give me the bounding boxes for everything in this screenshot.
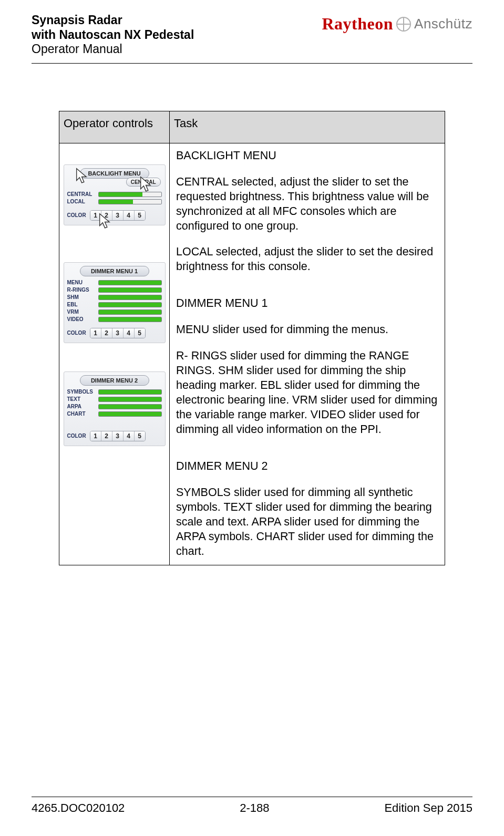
dimmer2-title-button[interactable]: DIMMER MENU 2 (80, 375, 149, 386)
color-option[interactable]: 4 (124, 431, 135, 441)
color-label: COLOR (67, 212, 88, 218)
footer-docnum: 4265.DOC020102 (32, 801, 125, 815)
task-cell: BACKLIGHT MENU CENTRAL selected, adjust … (170, 143, 445, 565)
color-option[interactable]: 1 (90, 431, 101, 441)
color-option[interactable]: 3 (112, 431, 124, 441)
slider-label: CHART (67, 411, 96, 417)
th-task: Task (170, 111, 445, 143)
slider-row: VIDEO (67, 316, 162, 323)
brand-block: Raytheon Anschütz (322, 13, 472, 34)
slider-label: LOCAL (67, 199, 96, 204)
shm-slider[interactable] (98, 294, 162, 301)
doc-title-block: Synapsis Radar with Nautoscan NX Pedesta… (32, 13, 194, 57)
color-group[interactable]: 1 2 3 4 5 (90, 431, 146, 441)
task-heading-dimmer2: DIMMER MENU 2 (176, 459, 440, 474)
color-option[interactable]: 3 (112, 328, 124, 338)
task-text: SYMBOLS slider used for dimming all synt… (176, 486, 440, 559)
color-row: COLOR 1 2 3 4 5 (67, 210, 162, 221)
doc-title-line1: Synapsis Radar (32, 13, 194, 28)
brand-raytheon: Raytheon (322, 14, 393, 34)
central-button[interactable]: CENTRAL (126, 178, 161, 187)
color-option[interactable]: 1 (90, 328, 101, 338)
slider-label: ARPA (67, 404, 96, 409)
slider-row: R-RINGS (67, 287, 162, 293)
controls-cell: BACKLIGHT MENU CENTRAL CENTRAL LOCAL (59, 143, 170, 565)
slider-row: SHM (67, 294, 162, 301)
menu-slider[interactable] (98, 280, 162, 286)
slider-row: EBL (67, 302, 162, 308)
slider-row: ARPA (67, 404, 162, 410)
globe-icon (396, 17, 411, 32)
slider-label: EBL (67, 302, 96, 307)
color-option[interactable]: 4 (124, 328, 135, 338)
page-header: Synapsis Radar with Nautoscan NX Pedesta… (32, 13, 472, 57)
footer-divider (32, 797, 472, 797)
color-option[interactable]: 5 (135, 431, 145, 441)
operator-controls-table: Operator controls Task BACKLIGHT MENU CE… (59, 111, 445, 566)
central-slider[interactable] (98, 191, 162, 198)
slider-label: TEXT (67, 396, 96, 402)
task-text: LOCAL selected, adjust the slider to set… (176, 245, 440, 274)
footer-edition: Edition Sep 2015 (384, 801, 472, 815)
task-text: CENTRAL selected, adjust the slider to s… (176, 175, 440, 234)
color-row: COLOR 1 2 3 4 5 (67, 328, 162, 338)
slider-label: SHM (67, 294, 96, 300)
slider-row: SYMBOLS (67, 389, 162, 395)
color-label: COLOR (67, 330, 88, 336)
slider-label: MENU (67, 280, 96, 285)
color-option[interactable]: 2 (101, 328, 112, 338)
color-label: COLOR (67, 433, 88, 439)
color-row: COLOR 1 2 3 4 5 (67, 431, 162, 441)
slider-row: LOCAL (67, 199, 162, 205)
table-header-row: Operator controls Task (59, 111, 445, 143)
color-option[interactable]: 1 (90, 211, 101, 220)
color-option[interactable]: 2 (101, 211, 112, 220)
color-option[interactable]: 5 (135, 211, 145, 220)
backlight-menu-panel: BACKLIGHT MENU CENTRAL CENTRAL LOCAL (64, 164, 166, 225)
slider-label: VRM (67, 309, 96, 315)
doc-title-line2: with Nautoscan NX Pedestal (32, 28, 194, 43)
rrings-slider[interactable] (98, 287, 162, 293)
arpa-slider[interactable] (98, 404, 162, 410)
task-heading-backlight: BACKLIGHT MENU (176, 149, 440, 163)
slider-label: VIDEO (67, 316, 96, 322)
slider-row: TEXT (67, 396, 162, 402)
color-option[interactable]: 5 (135, 328, 145, 338)
color-option[interactable]: 2 (101, 431, 112, 441)
video-slider[interactable] (98, 316, 162, 323)
local-slider[interactable] (98, 199, 162, 205)
brand-anschutz: Anschütz (414, 16, 472, 32)
vrm-slider[interactable] (98, 309, 162, 315)
color-group[interactable]: 1 2 3 4 5 (90, 210, 146, 221)
doc-subtitle: Operator Manual (32, 42, 194, 57)
text-slider[interactable] (98, 396, 162, 402)
page-footer: 4265.DOC020102 2-188 Edition Sep 2015 (32, 797, 472, 815)
dimmer-menu-1-panel: DIMMER MENU 1 MENU R-RINGS SHM EBL VRM V… (64, 262, 166, 343)
header-divider (32, 63, 472, 64)
dimmer-menu-2-panel: DIMMER MENU 2 SYMBOLS TEXT ARPA CHART CO… (64, 371, 166, 446)
symbols-slider[interactable] (98, 389, 162, 395)
task-text: MENU slider used for dimming the menus. (176, 323, 440, 337)
backlight-title-button[interactable]: BACKLIGHT MENU (80, 168, 149, 179)
task-text: R- RINGS slider used for dimming the RAN… (176, 349, 440, 437)
color-group[interactable]: 1 2 3 4 5 (90, 328, 146, 338)
th-operator-controls: Operator controls (59, 111, 170, 143)
footer-page: 2-188 (240, 801, 269, 815)
dimmer1-title-button[interactable]: DIMMER MENU 1 (80, 266, 149, 276)
slider-label: CENTRAL (67, 191, 96, 197)
task-heading-dimmer1: DIMMER MENU 1 (176, 296, 440, 311)
slider-row: CENTRAL (67, 191, 162, 198)
slider-label: R-RINGS (67, 287, 96, 293)
table-body-row: BACKLIGHT MENU CENTRAL CENTRAL LOCAL (59, 143, 445, 565)
chart-slider[interactable] (98, 411, 162, 417)
slider-row: VRM (67, 309, 162, 315)
color-option[interactable]: 4 (124, 211, 135, 220)
slider-row: MENU (67, 280, 162, 286)
color-option[interactable]: 3 (112, 211, 124, 220)
slider-label: SYMBOLS (67, 389, 96, 395)
slider-row: CHART (67, 411, 162, 417)
ebl-slider[interactable] (98, 302, 162, 308)
